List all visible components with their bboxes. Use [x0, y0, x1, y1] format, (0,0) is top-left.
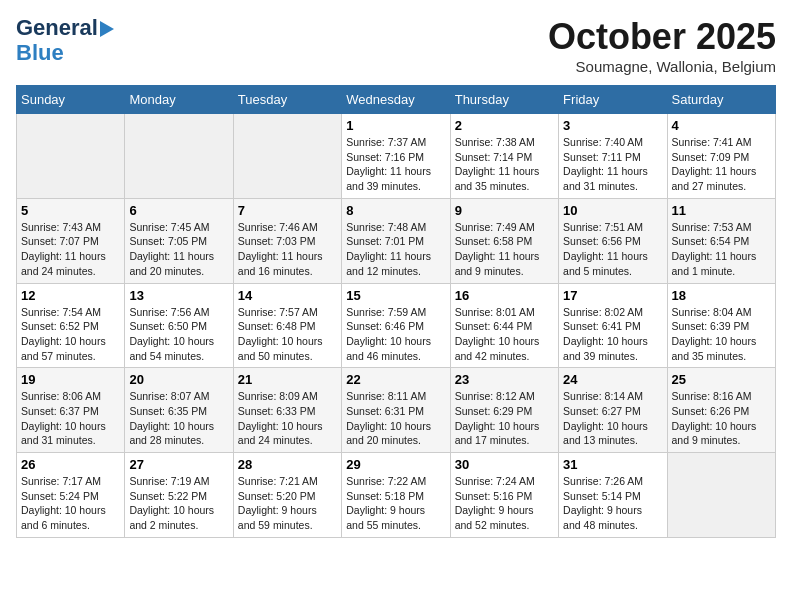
calendar-cell: 22Sunrise: 8:11 AM Sunset: 6:31 PM Dayli… [342, 368, 450, 453]
day-info: Sunrise: 7:57 AM Sunset: 6:48 PM Dayligh… [238, 305, 337, 364]
header-thursday: Thursday [450, 86, 558, 114]
day-number: 11 [672, 203, 771, 218]
day-info: Sunrise: 7:40 AM Sunset: 7:11 PM Dayligh… [563, 135, 662, 194]
week-row-3: 19Sunrise: 8:06 AM Sunset: 6:37 PM Dayli… [17, 368, 776, 453]
day-number: 17 [563, 288, 662, 303]
calendar-cell: 21Sunrise: 8:09 AM Sunset: 6:33 PM Dayli… [233, 368, 341, 453]
header-tuesday: Tuesday [233, 86, 341, 114]
calendar-cell: 5Sunrise: 7:43 AM Sunset: 7:07 PM Daylig… [17, 198, 125, 283]
calendar-cell: 31Sunrise: 7:26 AM Sunset: 5:14 PM Dayli… [559, 453, 667, 538]
day-number: 16 [455, 288, 554, 303]
calendar-cell: 27Sunrise: 7:19 AM Sunset: 5:22 PM Dayli… [125, 453, 233, 538]
calendar-cell: 12Sunrise: 7:54 AM Sunset: 6:52 PM Dayli… [17, 283, 125, 368]
day-info: Sunrise: 7:43 AM Sunset: 7:07 PM Dayligh… [21, 220, 120, 279]
day-number: 20 [129, 372, 228, 387]
day-number: 22 [346, 372, 445, 387]
day-number: 19 [21, 372, 120, 387]
day-info: Sunrise: 8:02 AM Sunset: 6:41 PM Dayligh… [563, 305, 662, 364]
header-wednesday: Wednesday [342, 86, 450, 114]
day-info: Sunrise: 7:38 AM Sunset: 7:14 PM Dayligh… [455, 135, 554, 194]
header-friday: Friday [559, 86, 667, 114]
day-number: 13 [129, 288, 228, 303]
day-number: 25 [672, 372, 771, 387]
page-header: General Blue October 2025 Soumagne, Wall… [16, 16, 776, 75]
calendar-cell [17, 114, 125, 199]
calendar-cell: 10Sunrise: 7:51 AM Sunset: 6:56 PM Dayli… [559, 198, 667, 283]
day-number: 2 [455, 118, 554, 133]
day-number: 12 [21, 288, 120, 303]
day-info: Sunrise: 7:48 AM Sunset: 7:01 PM Dayligh… [346, 220, 445, 279]
day-number: 14 [238, 288, 337, 303]
day-info: Sunrise: 7:21 AM Sunset: 5:20 PM Dayligh… [238, 474, 337, 533]
calendar-cell: 23Sunrise: 8:12 AM Sunset: 6:29 PM Dayli… [450, 368, 558, 453]
day-info: Sunrise: 7:56 AM Sunset: 6:50 PM Dayligh… [129, 305, 228, 364]
calendar-cell: 4Sunrise: 7:41 AM Sunset: 7:09 PM Daylig… [667, 114, 775, 199]
day-info: Sunrise: 7:53 AM Sunset: 6:54 PM Dayligh… [672, 220, 771, 279]
day-info: Sunrise: 7:54 AM Sunset: 6:52 PM Dayligh… [21, 305, 120, 364]
title-block: October 2025 Soumagne, Wallonia, Belgium [548, 16, 776, 75]
calendar-cell: 24Sunrise: 8:14 AM Sunset: 6:27 PM Dayli… [559, 368, 667, 453]
day-info: Sunrise: 7:22 AM Sunset: 5:18 PM Dayligh… [346, 474, 445, 533]
calendar-cell [667, 453, 775, 538]
day-info: Sunrise: 7:17 AM Sunset: 5:24 PM Dayligh… [21, 474, 120, 533]
calendar-cell: 15Sunrise: 7:59 AM Sunset: 6:46 PM Dayli… [342, 283, 450, 368]
day-number: 21 [238, 372, 337, 387]
day-info: Sunrise: 7:59 AM Sunset: 6:46 PM Dayligh… [346, 305, 445, 364]
day-info: Sunrise: 7:49 AM Sunset: 6:58 PM Dayligh… [455, 220, 554, 279]
header-sunday: Sunday [17, 86, 125, 114]
week-row-4: 26Sunrise: 7:17 AM Sunset: 5:24 PM Dayli… [17, 453, 776, 538]
calendar-cell: 6Sunrise: 7:45 AM Sunset: 7:05 PM Daylig… [125, 198, 233, 283]
calendar-cell: 18Sunrise: 8:04 AM Sunset: 6:39 PM Dayli… [667, 283, 775, 368]
calendar-cell: 11Sunrise: 7:53 AM Sunset: 6:54 PM Dayli… [667, 198, 775, 283]
day-number: 31 [563, 457, 662, 472]
day-info: Sunrise: 8:12 AM Sunset: 6:29 PM Dayligh… [455, 389, 554, 448]
day-info: Sunrise: 8:09 AM Sunset: 6:33 PM Dayligh… [238, 389, 337, 448]
day-info: Sunrise: 8:01 AM Sunset: 6:44 PM Dayligh… [455, 305, 554, 364]
calendar-cell: 8Sunrise: 7:48 AM Sunset: 7:01 PM Daylig… [342, 198, 450, 283]
calendar-cell: 13Sunrise: 7:56 AM Sunset: 6:50 PM Dayli… [125, 283, 233, 368]
calendar-cell [233, 114, 341, 199]
calendar-cell [125, 114, 233, 199]
day-info: Sunrise: 7:41 AM Sunset: 7:09 PM Dayligh… [672, 135, 771, 194]
calendar-cell: 26Sunrise: 7:17 AM Sunset: 5:24 PM Dayli… [17, 453, 125, 538]
day-number: 7 [238, 203, 337, 218]
day-number: 24 [563, 372, 662, 387]
calendar-cell: 29Sunrise: 7:22 AM Sunset: 5:18 PM Dayli… [342, 453, 450, 538]
calendar-cell: 7Sunrise: 7:46 AM Sunset: 7:03 PM Daylig… [233, 198, 341, 283]
day-info: Sunrise: 8:04 AM Sunset: 6:39 PM Dayligh… [672, 305, 771, 364]
day-info: Sunrise: 7:24 AM Sunset: 5:16 PM Dayligh… [455, 474, 554, 533]
calendar-cell: 28Sunrise: 7:21 AM Sunset: 5:20 PM Dayli… [233, 453, 341, 538]
header-saturday: Saturday [667, 86, 775, 114]
location-subtitle: Soumagne, Wallonia, Belgium [548, 58, 776, 75]
calendar-header-row: SundayMondayTuesdayWednesdayThursdayFrid… [17, 86, 776, 114]
day-number: 28 [238, 457, 337, 472]
day-info: Sunrise: 8:14 AM Sunset: 6:27 PM Dayligh… [563, 389, 662, 448]
calendar-cell: 25Sunrise: 8:16 AM Sunset: 6:26 PM Dayli… [667, 368, 775, 453]
calendar-cell: 17Sunrise: 8:02 AM Sunset: 6:41 PM Dayli… [559, 283, 667, 368]
week-row-2: 12Sunrise: 7:54 AM Sunset: 6:52 PM Dayli… [17, 283, 776, 368]
day-number: 3 [563, 118, 662, 133]
header-monday: Monday [125, 86, 233, 114]
calendar-cell: 19Sunrise: 8:06 AM Sunset: 6:37 PM Dayli… [17, 368, 125, 453]
week-row-1: 5Sunrise: 7:43 AM Sunset: 7:07 PM Daylig… [17, 198, 776, 283]
calendar-cell: 3Sunrise: 7:40 AM Sunset: 7:11 PM Daylig… [559, 114, 667, 199]
day-number: 27 [129, 457, 228, 472]
day-number: 5 [21, 203, 120, 218]
month-title: October 2025 [548, 16, 776, 58]
day-number: 30 [455, 457, 554, 472]
calendar-table: SundayMondayTuesdayWednesdayThursdayFrid… [16, 85, 776, 538]
day-info: Sunrise: 7:26 AM Sunset: 5:14 PM Dayligh… [563, 474, 662, 533]
calendar-cell: 16Sunrise: 8:01 AM Sunset: 6:44 PM Dayli… [450, 283, 558, 368]
day-info: Sunrise: 8:11 AM Sunset: 6:31 PM Dayligh… [346, 389, 445, 448]
calendar-cell: 2Sunrise: 7:38 AM Sunset: 7:14 PM Daylig… [450, 114, 558, 199]
day-info: Sunrise: 8:06 AM Sunset: 6:37 PM Dayligh… [21, 389, 120, 448]
calendar-cell: 30Sunrise: 7:24 AM Sunset: 5:16 PM Dayli… [450, 453, 558, 538]
day-number: 10 [563, 203, 662, 218]
day-info: Sunrise: 8:16 AM Sunset: 6:26 PM Dayligh… [672, 389, 771, 448]
calendar-body: 1Sunrise: 7:37 AM Sunset: 7:16 PM Daylig… [17, 114, 776, 538]
day-number: 26 [21, 457, 120, 472]
logo: General Blue [16, 16, 114, 66]
logo-text: General [16, 16, 114, 40]
logo-blue: Blue [16, 40, 64, 66]
day-number: 18 [672, 288, 771, 303]
